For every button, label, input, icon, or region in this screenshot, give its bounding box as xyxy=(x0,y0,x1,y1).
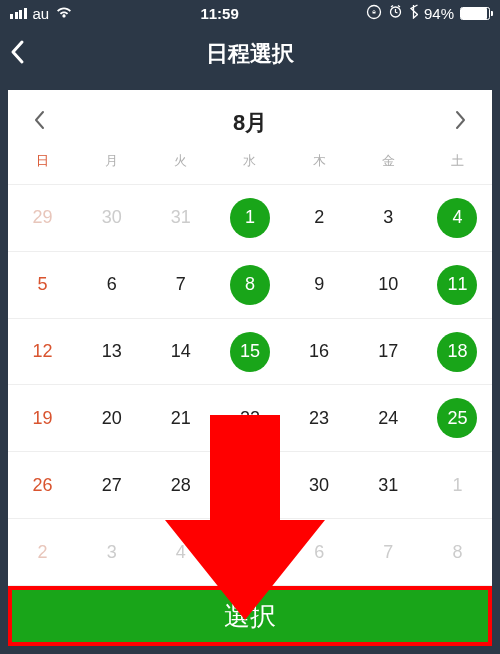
selected-day-marker: 1 xyxy=(230,198,270,238)
calendar-day[interactable]: 3 xyxy=(354,185,423,251)
calendar-day[interactable]: 6 xyxy=(77,252,146,318)
calendar-day[interactable]: 17 xyxy=(354,319,423,385)
status-bar: au 11:59 94% xyxy=(0,0,500,26)
prev-month-button[interactable] xyxy=(26,109,52,137)
battery-pct: 94% xyxy=(424,5,454,22)
selected-day-marker: 25 xyxy=(437,398,477,438)
calendar-day[interactable]: 16 xyxy=(285,319,354,385)
calendar-row: 2627282930311 xyxy=(8,452,492,519)
weekday-row: 日月火水木金土 xyxy=(8,148,492,184)
signal-icon xyxy=(10,8,27,19)
weekday-label: 金 xyxy=(354,152,423,170)
calendar-day[interactable]: 5 xyxy=(8,252,77,318)
weekday-label: 水 xyxy=(215,152,284,170)
calendar-day[interactable]: 10 xyxy=(354,252,423,318)
status-right: 94% xyxy=(366,4,490,23)
alarm-icon xyxy=(388,4,403,22)
page-title: 日程選択 xyxy=(206,39,294,69)
selected-day-marker: 15 xyxy=(230,332,270,372)
selected-day-marker: 11 xyxy=(437,265,477,305)
weekday-label: 木 xyxy=(285,152,354,170)
calendar-day[interactable]: 30 xyxy=(285,452,354,518)
calendar-day[interactable]: 22 xyxy=(215,385,284,451)
status-time: 11:59 xyxy=(200,5,238,22)
calendar-day[interactable]: 23 xyxy=(285,385,354,451)
calendar-day[interactable]: 12 xyxy=(8,319,77,385)
calendar-grid: 2930311234567891011121314151617181920212… xyxy=(8,184,492,586)
calendar-day[interactable]: 28 xyxy=(146,452,215,518)
calendar-day: 8 xyxy=(423,519,492,585)
calendar-row: 567891011 xyxy=(8,252,492,319)
select-button[interactable]: 選択 xyxy=(8,586,492,646)
calendar-day: 4 xyxy=(146,519,215,585)
calendar-day: 6 xyxy=(285,519,354,585)
month-nav: 8月 xyxy=(8,90,492,148)
calendar-day: 3 xyxy=(77,519,146,585)
orientation-lock-icon xyxy=(366,4,382,23)
selected-day-marker: 8 xyxy=(230,265,270,305)
calendar-day[interactable]: 27 xyxy=(77,452,146,518)
calendar-day[interactable]: 8 xyxy=(215,252,284,318)
bluetooth-icon xyxy=(409,4,418,22)
weekday-label: 土 xyxy=(423,152,492,170)
weekday-label: 火 xyxy=(146,152,215,170)
calendar-day[interactable]: 24 xyxy=(354,385,423,451)
calendar-day: 1 xyxy=(423,452,492,518)
calendar-day[interactable]: 19 xyxy=(8,385,77,451)
month-label: 8月 xyxy=(233,108,267,138)
calendar-day[interactable]: 21 xyxy=(146,385,215,451)
calendar-day: 5 xyxy=(215,519,284,585)
calendar-day[interactable]: 26 xyxy=(8,452,77,518)
calendar-row: 2930311234 xyxy=(8,185,492,252)
next-month-button[interactable] xyxy=(448,109,474,137)
calendar-day[interactable]: 29 xyxy=(215,452,284,518)
calendar-day: 29 xyxy=(8,185,77,251)
wifi-icon xyxy=(55,4,73,22)
calendar-row: 2345678 xyxy=(8,519,492,586)
calendar-day[interactable]: 7 xyxy=(146,252,215,318)
selected-day-marker: 18 xyxy=(437,332,477,372)
calendar-day[interactable]: 18 xyxy=(423,319,492,385)
calendar-day: 7 xyxy=(354,519,423,585)
calendar-day[interactable]: 25 xyxy=(423,385,492,451)
battery-icon xyxy=(460,7,490,20)
calendar-day[interactable]: 1 xyxy=(215,185,284,251)
calendar-day[interactable]: 14 xyxy=(146,319,215,385)
back-button[interactable] xyxy=(8,38,26,71)
nav-bar: 日程選択 xyxy=(0,26,500,82)
calendar-row: 19202122232425 xyxy=(8,385,492,452)
calendar-day: 30 xyxy=(77,185,146,251)
calendar-day[interactable]: 13 xyxy=(77,319,146,385)
calendar-day[interactable]: 31 xyxy=(354,452,423,518)
calendar-day[interactable]: 15 xyxy=(215,319,284,385)
weekday-label: 日 xyxy=(8,152,77,170)
calendar-card: 8月 日月火水木金土 29303112345678910111213141516… xyxy=(8,90,492,646)
calendar-day[interactable]: 4 xyxy=(423,185,492,251)
calendar-day[interactable]: 11 xyxy=(423,252,492,318)
weekday-label: 月 xyxy=(77,152,146,170)
calendar-day[interactable]: 9 xyxy=(285,252,354,318)
carrier-label: au xyxy=(33,5,50,22)
calendar-day[interactable]: 2 xyxy=(285,185,354,251)
selected-day-marker: 4 xyxy=(437,198,477,238)
calendar-day[interactable]: 20 xyxy=(77,385,146,451)
calendar-day: 2 xyxy=(8,519,77,585)
calendar-row: 12131415161718 xyxy=(8,319,492,386)
calendar-day: 31 xyxy=(146,185,215,251)
status-left: au xyxy=(10,4,73,22)
